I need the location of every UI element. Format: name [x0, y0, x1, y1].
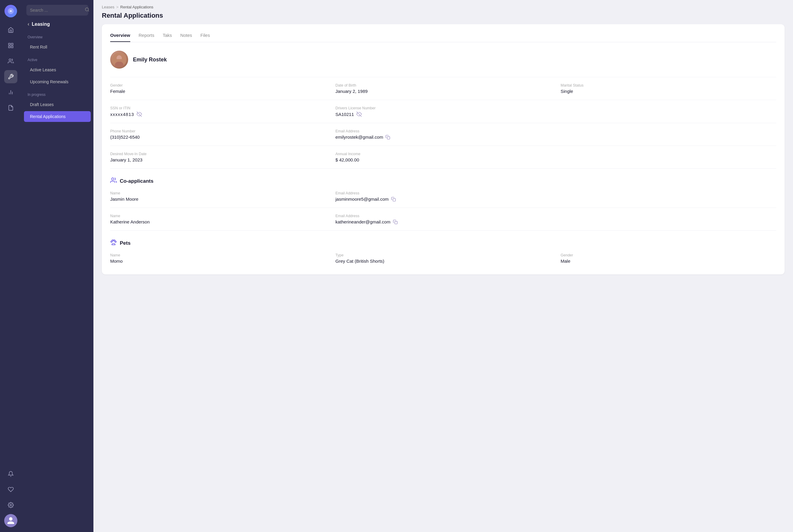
svg-rect-19	[393, 198, 395, 201]
svg-point-10	[85, 8, 89, 11]
ssn-label: SSN or ITIN	[110, 106, 326, 110]
info-grid-2: SSN or ITIN xxxxx4813 Drivers L	[110, 106, 776, 117]
hide-ssn-icon[interactable]	[137, 111, 142, 117]
svg-rect-17	[387, 137, 390, 139]
svg-point-22	[115, 241, 116, 242]
breadcrumb: Leases > Rental Applications	[93, 0, 793, 11]
sidebar-item-draft-leases[interactable]: Draft Leases	[24, 99, 91, 110]
profile-row: Emily Rostek	[110, 51, 776, 69]
divider-7	[110, 230, 776, 231]
field-placeholder-1	[561, 106, 776, 117]
tab-overview[interactable]: Overview	[110, 33, 130, 42]
copy-co-applicant-1-email-icon[interactable]	[391, 197, 396, 202]
divider-5	[110, 168, 776, 169]
pet-1-type-field: Type Grey Cat (British Shorts)	[335, 253, 551, 264]
tab-taks[interactable]: Taks	[162, 33, 172, 42]
breadcrumb-current: Rental Applications	[120, 5, 154, 9]
settings-icon[interactable]	[4, 498, 17, 512]
active-section-label: Active	[22, 53, 93, 64]
documents-icon[interactable]	[4, 101, 17, 114]
avatar-image	[110, 51, 128, 69]
sidebar-item-upcoming-renewals[interactable]: Upcoming Renewals	[24, 76, 91, 87]
copy-email-icon[interactable]	[385, 135, 390, 139]
search-input[interactable]	[30, 8, 82, 13]
co-applicant-2-name-value: Katherine Anderson	[110, 219, 326, 224]
pets-header: Pets	[110, 239, 776, 247]
svg-rect-3	[9, 46, 11, 48]
info-grid-1: Gender Female Date of Birth January 2, 1…	[110, 83, 776, 94]
co-applicant-1-email-field: Email Address jasminmoore5@gmail.com	[335, 191, 551, 202]
maintenance-icon[interactable]	[4, 70, 17, 83]
svg-line-11	[88, 11, 89, 12]
pet-1-name-value: Momo	[110, 259, 326, 264]
svg-rect-2	[12, 43, 13, 45]
favorites-icon[interactable]	[4, 483, 17, 496]
move-in-label: Desired Move-In Date	[110, 152, 326, 156]
svg-rect-20	[395, 221, 398, 224]
email-label: Email Address	[335, 129, 551, 133]
co-applicants-label: Co-applicants	[120, 178, 153, 184]
tenants-icon[interactable]	[4, 55, 17, 68]
co-applicant-1-name-value: Jasmin Moore	[110, 196, 326, 202]
field-phone: Phone Number (310)522-6540	[110, 129, 326, 139]
search-bar[interactable]	[26, 5, 88, 16]
sidebar-item-active-leases[interactable]: Active Leases	[24, 64, 91, 75]
analytics-icon[interactable]	[4, 86, 17, 99]
hide-dl-icon[interactable]	[356, 111, 362, 117]
pet-1-name-label: Name	[110, 253, 326, 257]
copy-co-applicant-2-email-icon[interactable]	[393, 220, 398, 224]
notifications-icon[interactable]	[4, 467, 17, 480]
user-avatar[interactable]	[4, 514, 17, 527]
reports-icon[interactable]	[4, 39, 17, 52]
page-header: Rental Applications	[93, 11, 793, 24]
income-label: Annual Income	[335, 152, 551, 156]
move-in-value: January 1, 2023	[110, 157, 326, 163]
tab-notes[interactable]: Notes	[180, 33, 192, 42]
tab-files[interactable]: Files	[200, 33, 210, 42]
dob-value: January 2, 1989	[335, 89, 551, 94]
back-label: Leasing	[32, 22, 50, 27]
gender-value: Female	[110, 89, 326, 94]
svg-point-23	[112, 240, 114, 241]
divider-4	[110, 146, 776, 146]
dl-value: SA10211	[335, 111, 551, 117]
co-applicant-1-name-label: Name	[110, 191, 326, 195]
sidebar-item-rent-roll[interactable]: Rent Roll	[24, 42, 91, 53]
co-applicant-1-name-field: Name Jasmin Moore	[110, 191, 326, 202]
income-value: $ 42,000.00	[335, 157, 551, 163]
field-email: Email Address emilyrostek@gmail.com	[335, 129, 551, 139]
sidebar: ‹ Leasing Overview Rent Roll Active Acti…	[22, 0, 93, 532]
pet-1-grid: Name Momo Type Grey Cat (British Shorts)…	[110, 253, 776, 264]
co-applicants-header: Co-applicants	[110, 177, 776, 185]
svg-rect-1	[9, 43, 11, 45]
marital-status-value: Single	[561, 89, 776, 94]
field-gender: Gender Female	[110, 83, 326, 94]
overview-section-label: Overview	[22, 30, 93, 41]
tab-reports[interactable]: Reports	[139, 33, 155, 42]
breadcrumb-leases[interactable]: Leases	[102, 5, 114, 9]
app-logo[interactable]	[4, 5, 17, 17]
home-icon[interactable]	[4, 23, 17, 37]
co-applicant-1-grid: Name Jasmin Moore Email Address jasminmo…	[110, 191, 776, 202]
main-card: Overview Reports Taks Notes Files	[102, 24, 785, 274]
co-applicant-2-grid: Name Katherine Anderson Email Address ka…	[110, 214, 776, 224]
placeholder	[561, 214, 776, 224]
co-applicant-2-email-label: Email Address	[335, 214, 551, 218]
pet-1-type-label: Type	[335, 253, 551, 257]
dl-label: Drivers License Number	[335, 106, 551, 110]
field-dl: Drivers License Number SA10211	[335, 106, 551, 117]
marital-status-label: Marital Status	[561, 83, 776, 88]
page-title: Rental Applications	[102, 12, 785, 19]
svg-point-9	[10, 505, 12, 506]
co-applicant-2-email-field: Email Address katherineander@gmail.com	[335, 214, 551, 224]
back-arrow-icon: ‹	[27, 21, 30, 27]
co-applicant-2-email-value: katherineander@gmail.com	[335, 219, 551, 224]
back-to-leasing[interactable]: ‹ Leasing	[22, 18, 93, 30]
sidebar-item-rental-applications[interactable]: Rental Applications	[24, 111, 91, 122]
field-income: Annual Income $ 42,000.00	[335, 152, 551, 163]
ssn-value: xxxxx4813	[110, 111, 326, 117]
divider-2	[110, 100, 776, 100]
main-content: Leases > Rental Applications Rental Appl…	[93, 0, 793, 532]
pets-label: Pets	[120, 240, 131, 246]
svg-point-18	[112, 178, 114, 180]
